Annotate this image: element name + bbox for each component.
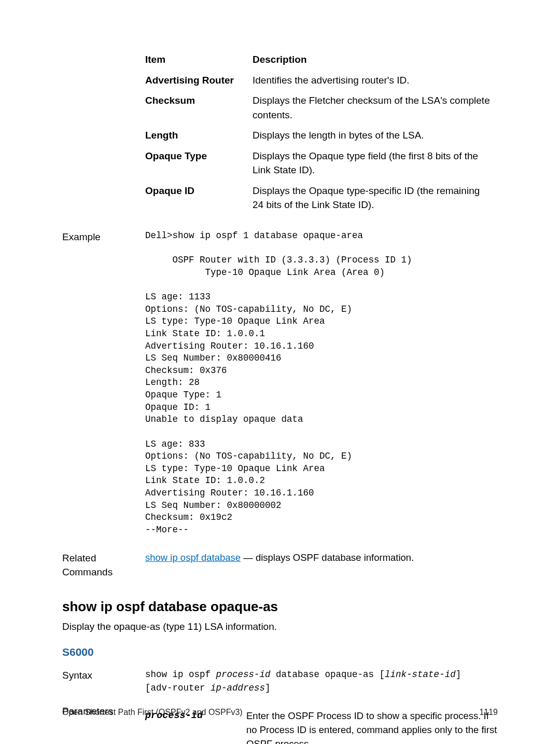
related-link-show-ip-ospf-database[interactable]: show ip ospf database [145, 552, 241, 563]
item-label: Advertising Router [145, 70, 253, 91]
command-description: Display the opaque-as (type 11) LSA info… [62, 619, 498, 634]
syntax-code: show ip ospf process-id database opaque-… [145, 668, 498, 695]
field-table-container: Item Description Advertising Router Iden… [145, 49, 498, 215]
syntax-arg-link-state-id: link-state-id [385, 669, 456, 680]
item-label: Opaque Type [145, 146, 253, 181]
model-label: S6000 [62, 644, 498, 660]
item-desc: Identifies the advertising router's ID. [253, 70, 498, 91]
syntax-arg-process-id: process-id [216, 669, 271, 680]
syntax-text: database opaque-as [ [271, 669, 385, 680]
related-commands-section: Related Commands show ip ospf database —… [62, 551, 498, 580]
example-terminal-output: Dell>show ip ospf 1 database opaque-area… [145, 230, 498, 536]
item-desc: Displays the length in bytes of the LSA. [253, 125, 498, 146]
item-label: Opaque ID [145, 181, 253, 215]
field-table: Item Description Advertising Router Iden… [145, 49, 498, 215]
col-header-desc: Description [253, 49, 498, 70]
item-desc: Displays the Opaque type field (the firs… [253, 146, 498, 181]
item-label: Length [145, 125, 253, 146]
col-header-item: Item [145, 49, 253, 70]
table-row: Opaque ID Displays the Opaque type-speci… [145, 181, 498, 215]
table-row: Length Displays the length in bytes of t… [145, 125, 498, 146]
syntax-text: [adv-router [145, 683, 211, 693]
example-label: Example [62, 230, 145, 244]
syntax-arg-ip-address: ip-address [211, 683, 265, 693]
syntax-text: show ip ospf [145, 669, 216, 680]
syntax-text: ] [265, 683, 271, 693]
example-section: Example Dell>show ip ospf 1 database opa… [62, 230, 498, 536]
item-desc: Displays the Fletcher checksum of the LS… [253, 90, 498, 125]
command-heading: show ip ospf database opaque-as [62, 597, 498, 617]
table-row: Checksum Displays the Fletcher checksum … [145, 90, 498, 125]
item-desc: Displays the Opaque type-specific ID (th… [253, 181, 498, 215]
related-label: Related Commands [62, 551, 145, 580]
table-row: Advertising Router Identifies the advert… [145, 70, 498, 91]
table-row: Opaque Type Displays the Opaque type fie… [145, 146, 498, 181]
page-footer: Open Shortest Path First (OSPFv2 and OSP… [62, 706, 498, 718]
syntax-section: Syntax show ip ospf process-id database … [62, 668, 498, 695]
page-number: 1119 [479, 706, 498, 718]
item-label: Checksum [145, 90, 253, 125]
related-desc: — displays OSPF database information. [241, 552, 414, 563]
syntax-text: ] [456, 669, 461, 680]
syntax-label: Syntax [62, 668, 145, 683]
footer-title: Open Shortest Path First (OSPFv2 and OSP… [62, 706, 243, 718]
